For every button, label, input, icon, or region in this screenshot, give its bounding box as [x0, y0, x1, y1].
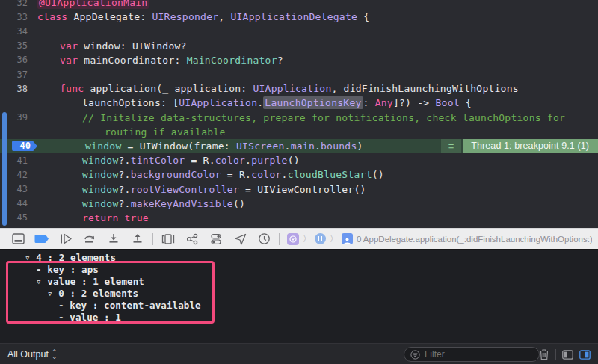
code-line[interactable]: launchOptions: [UIApplication.LaunchOpti… [0, 96, 598, 110]
stack-frame-icon[interactable] [342, 233, 353, 244]
source-editor[interactable]: 32@UIApplicationMain33class AppDelegate:… [0, 0, 598, 228]
line-number[interactable]: 35 [0, 40, 37, 51]
code-line[interactable]: 39// Initalize data-structures, prepare … [0, 111, 598, 125]
line-number[interactable]: 36 [0, 55, 37, 65]
instruments-button[interactable] [252, 230, 276, 248]
line-number[interactable]: 34 [0, 26, 37, 37]
simulate-location-button[interactable] [228, 230, 252, 248]
updown-chevrons-icon: ⌃⌄ [52, 350, 58, 359]
code-line[interactable]: 37 [0, 67, 598, 81]
debug-view-hierarchy-button[interactable] [156, 230, 180, 248]
code-text: window?.tintColor = R.color.purple() [37, 155, 300, 166]
output-scope-label: All Output [7, 349, 49, 360]
code-text: var mainCoordinator: MainCoordinator? [37, 55, 283, 66]
app-icon[interactable] [287, 233, 299, 245]
show-variables-view-button[interactable] [562, 350, 573, 360]
code-text: routing if available [37, 126, 226, 138]
chevron-right-icon: 〉 [303, 233, 311, 244]
debug-memory-graph-button[interactable] [180, 230, 204, 248]
code-line[interactable]: 41window?.tintColor = R.color.purple() [0, 153, 598, 167]
breakpoint-marker[interactable]: 40 [12, 141, 37, 151]
debug-toolbar: 〉 〉 0 AppDelegate.application(_:didFinis… [0, 228, 598, 250]
step-out-button[interactable] [126, 230, 150, 248]
breakpoint-menu-icon[interactable]: ≡ [441, 139, 461, 153]
variable-row[interactable]: ▿ 4 : 2 elements [0, 252, 598, 264]
variable-row[interactable]: - value : 1 [0, 312, 598, 324]
thread-icon[interactable] [315, 233, 326, 244]
code-text: @UIApplicationMain [37, 0, 149, 8]
output-scope-selector[interactable]: All Output ⌃⌄ [7, 349, 57, 360]
environment-overrides-button[interactable] [204, 230, 228, 248]
code-line[interactable]: 36var mainCoordinator: MainCoordinator? [0, 53, 598, 67]
code-line[interactable]: 32@UIApplicationMain [0, 0, 598, 10]
code-line[interactable]: 42window?.backgroundColor = R.color.clou… [0, 167, 598, 182]
variable-row[interactable]: - key : content-available [0, 300, 598, 312]
step-over-button[interactable] [78, 230, 102, 248]
variable-row[interactable]: ▿ 0 : 2 elements [0, 288, 598, 300]
code-text: return true [37, 212, 149, 223]
breakpoints-toggle-button[interactable] [30, 230, 54, 248]
show-console-view-button[interactable] [579, 350, 591, 360]
code-text: window = UIWindow(frame: UIScreen.main.b… [40, 141, 363, 152]
code-line[interactable]: 40window = UIWindow(frame: UIScreen.main… [0, 139, 598, 153]
code-line[interactable]: 33class AppDelegate: UIResponder, UIAppl… [0, 10, 598, 24]
code-line[interactable]: 34 [0, 24, 598, 38]
code-text: // Initalize data-structures, prepare fo… [37, 112, 565, 123]
toolbar-divider [279, 233, 280, 245]
step-into-button[interactable] [102, 230, 126, 248]
code-text: class AppDelegate: UIResponder, UIApplic… [37, 11, 369, 22]
continue-execution-button[interactable] [54, 230, 78, 248]
line-number[interactable]: 32 [0, 0, 37, 8]
code-rows: 32@UIApplicationMain33class AppDelegate:… [0, 0, 598, 225]
trash-icon[interactable] [539, 348, 549, 360]
filter-icon [410, 350, 420, 360]
variable-row[interactable]: - key : aps [0, 264, 598, 276]
code-line[interactable]: 45return true [0, 211, 598, 225]
console-bottom-bar: All Output ⌃⌄ [0, 343, 598, 364]
hide-debug-area-button[interactable] [6, 230, 30, 248]
breakpoint-annotation[interactable]: ≡Thread 1: breakpoint 9.1 (1) [441, 139, 598, 153]
code-line[interactable]: 38func application(_ application: UIAppl… [0, 81, 598, 96]
debug-breadcrumb: 〉 〉 0 AppDelegate.application(_:didFinis… [287, 233, 592, 245]
breadcrumb-frame-label[interactable]: 0 AppDelegate.application(_:didFinishLau… [357, 235, 592, 244]
code-text: launchOptions: [UIApplication.LaunchOpti… [37, 97, 472, 108]
toolbar-divider [152, 233, 153, 245]
breakpoint-thread-label: Thread 1: breakpoint 9.1 (1) [463, 139, 598, 153]
code-line[interactable]: routing if available [0, 125, 598, 139]
code-text: window?.makeKeyAndVisible() [37, 198, 245, 209]
console-tree: ▿ 4 : 2 elements- key : aps▿ value : 1 e… [0, 252, 598, 324]
line-number[interactable]: 38 [0, 84, 37, 94]
line-number[interactable]: 33 [0, 12, 37, 22]
line-number[interactable]: 37 [0, 70, 37, 80]
variable-row[interactable]: ▿ value : 1 element [0, 276, 598, 288]
code-line[interactable]: 35var window: UIWindow? [0, 39, 598, 53]
code-line[interactable]: 44window?.makeKeyAndVisible() [0, 197, 598, 211]
code-line[interactable]: 43window?.rootViewController = UIViewCon… [0, 182, 598, 196]
code-text: window?.backgroundColor = R.color.cloudB… [37, 169, 384, 180]
code-text: func application(_ application: UIApplic… [37, 83, 519, 94]
console-filter-field[interactable] [404, 347, 540, 362]
filter-input[interactable] [425, 349, 514, 360]
code-text: window?.rootViewController = UIViewContr… [37, 184, 366, 195]
bottom-bar-divider [555, 349, 556, 360]
chevron-right-icon: 〉 [330, 233, 338, 244]
debug-position-bar [2, 112, 7, 226]
code-text: var window: UIWindow? [37, 40, 187, 52]
